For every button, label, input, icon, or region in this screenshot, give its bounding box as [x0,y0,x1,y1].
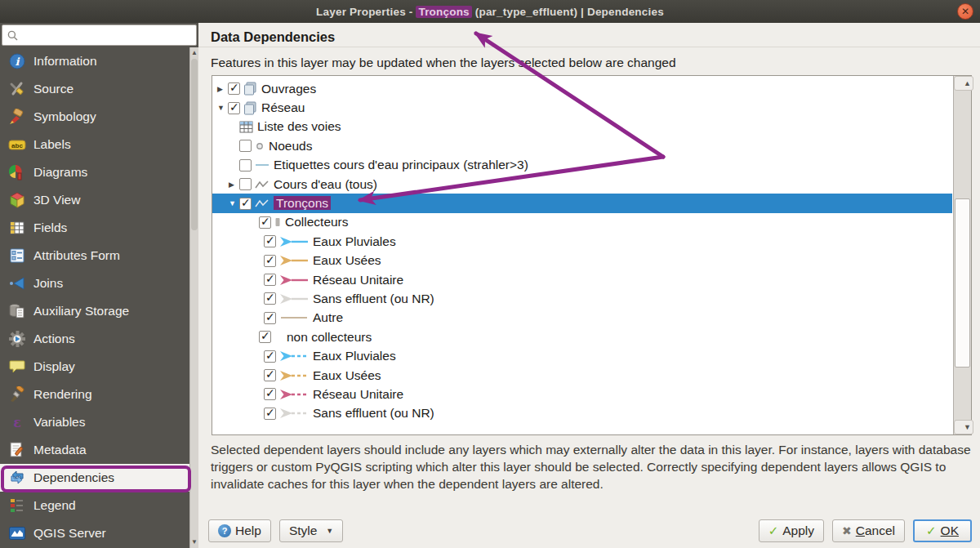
tree-row-label: Sans effluent (ou NR) [313,292,434,306]
collapse-expander-icon[interactable]: ▼ [216,104,228,112]
polyline-icon [255,198,270,209]
tree-row-sans-effluent-ou-nr-[interactable]: Sans effluent (ou NR) [212,404,952,423]
sidebar-item-variables[interactable]: εVariables [0,408,189,436]
checkbox-checked[interactable] [264,350,276,363]
tree-row-eaux-pluviales[interactable]: Eaux Pluviales [212,346,952,365]
checkbox-unchecked[interactable] [239,159,252,172]
tree-row-eaux-pluviales[interactable]: Eaux Pluviales [212,232,952,251]
sidebar-search[interactable] [2,25,197,46]
sidebar-item-joins[interactable]: Joins [0,270,189,297]
checkbox-checked[interactable] [228,82,240,95]
checkbox-checked[interactable] [264,312,276,324]
sidebar-item-labels[interactable]: abcLabels [0,131,189,158]
help-button[interactable]: ? Help [208,519,271,542]
tree-scrollbar-thumb[interactable] [955,198,970,368]
legend-icon [8,497,26,514]
tree-row-label: Ouvrages [261,82,316,96]
tree-row-label: Eaux Pluviales [313,234,396,249]
checkbox-checked[interactable] [264,408,276,420]
tree-row-noeuds[interactable]: Noeuds [212,136,952,155]
sidebar-item-3d-view[interactable]: 3D View [0,186,189,214]
sidebar-item-symbology[interactable]: Symbology [0,103,189,131]
symbology-icon [8,109,26,125]
sidebar-item-label: Source [33,82,74,96]
sidebar-item-source[interactable]: Source [0,75,189,103]
tree-row-label: Eaux Usées [313,368,381,383]
tree-row-label: Sans effluent (ou NR) [313,406,434,421]
page-title: Data Dependencies [211,29,335,45]
cancel-button[interactable]: ✖ Cancel [832,519,905,542]
ok-button[interactable]: ✓ OK [913,519,972,542]
expand-expander-icon[interactable]: ▶ [227,180,239,189]
sidebar-item-qgis-server[interactable]: QGIS Server [0,519,189,547]
apply-button[interactable]: ✓ Apply [759,519,824,542]
checkbox-checked[interactable] [228,102,240,114]
checkbox-checked[interactable] [264,255,276,267]
checkbox-checked[interactable] [264,369,276,381]
display-icon [8,359,26,375]
tree-row-r-seau[interactable]: ▼Réseau [212,98,952,117]
checkbox-checked[interactable] [239,198,252,210]
line-symbol-icon [279,312,309,323]
sidebar-scrollbar-thumb[interactable] [191,59,198,230]
tree-row-eaux-us-es[interactable]: Eaux Usées [212,366,952,385]
sidebar-item-diagrams[interactable]: Diagrams [0,158,189,186]
tree-scrollbar[interactable]: ▲ ▼ [953,76,971,434]
heading-separator [198,47,980,47]
sidebar-item-rendering[interactable]: Rendering [0,381,189,408]
sidebar-item-fields[interactable]: Fields [0,214,189,242]
auxiliary-storage-icon [8,303,26,319]
scroll-down-icon[interactable]: ▼ [954,420,973,434]
checkbox-checked[interactable] [259,216,271,229]
sidebar-scrollbar[interactable]: ▲ ▼ [189,47,198,548]
tree-row-label: Collecteurs [285,215,349,229]
sidebar-item-dependencies[interactable]: Dependencies [0,464,189,492]
checkbox-unchecked[interactable] [239,140,252,152]
sidebar-item-actions[interactable]: Actions [0,325,189,353]
tree-row-liste-des-voies[interactable]: Liste des voies [212,118,952,136]
sidebar-item-attributes-form[interactable]: Attributes Form [0,242,189,270]
checkbox-checked[interactable] [264,388,276,400]
tree-row-cours-d-eau-tous-[interactable]: ▶Cours d'eau (tous) [212,175,952,194]
titlebar: Layer Properties - Tronçons (par_type_ef… [0,0,980,23]
collapse-expander-icon[interactable]: ▼ [227,199,239,207]
sidebar-item-label: 3D View [33,193,80,207]
dashed-arrow-line-symbol-icon [279,389,309,400]
checkbox-checked[interactable] [259,331,271,343]
scroll-down-icon[interactable]: ▼ [190,537,198,547]
tree-row-sans-effluent-ou-nr-[interactable]: Sans effluent (ou NR) [212,289,952,308]
check-icon: ✓ [768,523,779,538]
tree-row-r-seau-unitaire[interactable]: Réseau Unitaire [212,385,952,403]
properties-sidebar: iInformationSourceSymbologyabcLabelsDiag… [0,23,198,548]
title-highlight-troncons: Tronçons [416,6,471,18]
style-dropdown-button[interactable]: Style ▼ [279,519,343,542]
expand-expander-icon[interactable]: ▶ [216,85,228,93]
tree-row-r-seau-unitaire[interactable]: Réseau Unitaire [212,270,952,289]
tree-row-collecteurs[interactable]: Collecteurs [212,213,952,232]
tree-row-non-collecteurs[interactable]: non collecteurs [212,327,952,346]
diagrams-icon [8,164,26,180]
tree-row-ouvrages[interactable]: ▶Ouvrages [212,79,952,98]
sidebar-item-label: Information [33,54,97,69]
checkbox-checked[interactable] [264,292,276,305]
svg-text:abc: abc [11,142,23,149]
checkbox-unchecked[interactable] [239,178,252,190]
scroll-up-icon[interactable]: ▲ [190,48,198,58]
sidebar-item-metadata[interactable]: Metadata [0,436,189,464]
group-icon [243,82,257,96]
scroll-up-icon[interactable]: ▲ [954,76,973,91]
checkbox-checked[interactable] [264,235,276,247]
close-icon[interactable]: ✕ [957,3,973,20]
sidebar-item-information[interactable]: iInformation [0,47,189,75]
dependencies-panel: Data Dependencies Features in this layer… [198,23,980,548]
tree-row-etiquettes-cours-d-eau-principaux-strahler-3-[interactable]: Etiquettes cours d'eau principaux (strah… [212,156,952,175]
sidebar-item-legend[interactable]: Legend [0,492,189,519]
search-input[interactable] [22,29,191,42]
tree-row-tron-ons[interactable]: ▼Tronçons [212,194,952,212]
sidebar-item-auxiliary-storage[interactable]: Auxiliary Storage [0,297,189,325]
sidebar-item-label: Diagrams [33,165,87,180]
tree-row-autre[interactable]: Autre [212,309,952,327]
checkbox-checked[interactable] [264,274,276,286]
tree-row-eaux-us-es[interactable]: Eaux Usées [212,252,952,270]
sidebar-item-display[interactable]: Display [0,353,189,381]
